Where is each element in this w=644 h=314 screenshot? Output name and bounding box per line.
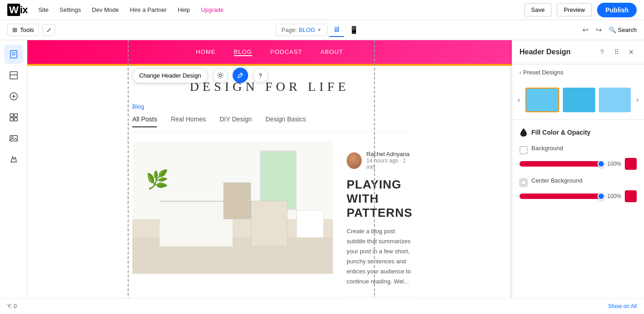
- center-bg-color-swatch[interactable]: [625, 190, 637, 202]
- tools-button[interactable]: ⊞ Tools: [7, 24, 39, 36]
- blog-cat-real-homes[interactable]: Real Homes: [171, 115, 206, 127]
- blog-area: Blog All Posts Real Homes DIY Design Des…: [27, 99, 512, 312]
- svg-rect-16: [520, 147, 527, 154]
- kitchen-cabinets: [160, 201, 233, 246]
- svg-rect-8: [10, 114, 13, 117]
- design-icon: [9, 155, 18, 164]
- header-help-button[interactable]: ?: [253, 68, 268, 83]
- preset-3-inner: [599, 88, 631, 112]
- panel-close-button[interactable]: ✕: [626, 47, 637, 58]
- question-icon: ?: [259, 72, 262, 79]
- background-color-swatch[interactable]: [625, 158, 637, 170]
- desktop-device-button[interactable]: 🖥: [329, 23, 344, 37]
- kitchen-chair: [251, 201, 287, 246]
- sidebar-design-button[interactable]: [4, 150, 23, 169]
- change-header-button[interactable]: Change Header Design: [132, 68, 208, 83]
- mobile-device-button[interactable]: 📱: [346, 23, 362, 37]
- preset-item-1[interactable]: [525, 88, 559, 112]
- sidebar-apps-button[interactable]: [4, 108, 23, 127]
- redo-button[interactable]: ↪: [596, 26, 602, 34]
- top-bar-right: Save Preview Publish: [525, 3, 637, 17]
- wix-logo: Wix: [7, 4, 27, 16]
- nav-upgrade[interactable]: Upgrade: [201, 6, 223, 13]
- search-button[interactable]: 🔍 Search: [609, 26, 637, 33]
- sidebar-pages-button[interactable]: [4, 45, 23, 64]
- add-icon: [9, 92, 18, 101]
- blog-cat-design-basics[interactable]: Design Basics: [265, 115, 306, 127]
- undo-button[interactable]: ↩: [582, 26, 588, 34]
- center-bg-opacity-value: 100%: [605, 193, 621, 199]
- panel-help-button[interactable]: ?: [597, 47, 608, 58]
- blog-post-content: Rachel Adnyana 14 hours ago · 1 min PLAY…: [347, 141, 412, 312]
- background-opacity-fill: [519, 161, 601, 167]
- site-nav: HOME BLOG PODCAST ABOUT: [196, 48, 343, 56]
- preset-item-3[interactable]: [599, 88, 631, 112]
- nav-devmode[interactable]: Dev Mode: [92, 6, 119, 13]
- media-icon: [9, 134, 18, 143]
- svg-point-14: [219, 74, 221, 77]
- page-selector[interactable]: Page: BLOG ▼: [275, 24, 327, 36]
- nav-help[interactable]: Help: [178, 6, 190, 13]
- preset-designs-row: ‹ ›: [512, 80, 644, 120]
- sidebar-sections-button[interactable]: [4, 66, 23, 85]
- preview-button[interactable]: Preview: [557, 3, 592, 16]
- collapse-button[interactable]: ⤢: [42, 24, 55, 36]
- blog-cat-diy[interactable]: DIY Design: [220, 115, 252, 127]
- blog-breadcrumb: Blog: [132, 103, 407, 110]
- preset-item-2[interactable]: [563, 88, 595, 112]
- y-value: 0: [14, 303, 17, 309]
- sidebar-add-button[interactable]: [4, 87, 23, 106]
- y-coordinate: Y: 0: [7, 303, 17, 309]
- back-to-presets[interactable]: ‹ Preset Designs: [512, 64, 644, 80]
- panel-drag-button[interactable]: ⠿: [611, 47, 622, 58]
- website-preview: HOME BLOG PODCAST ABOUT Change Header De…: [27, 40, 512, 314]
- center-bg-opacity-slider[interactable]: [519, 194, 601, 199]
- svg-rect-10: [10, 118, 13, 121]
- header-edit-button[interactable]: [233, 68, 248, 83]
- nav-hire[interactable]: Hire a Partner: [130, 6, 167, 13]
- nav-home[interactable]: HOME: [196, 48, 216, 56]
- svg-rect-17: [520, 179, 527, 186]
- background-opacity-slider[interactable]: [519, 161, 601, 167]
- author-avatar: [347, 152, 362, 169]
- fill-color-section: Fill Color & Opacity Background 100%: [512, 120, 644, 217]
- nav-blog[interactable]: BLOG: [234, 48, 252, 56]
- svg-rect-9: [14, 114, 17, 117]
- top-bar: Wix Site Settings Dev Mode Hire a Partne…: [0, 0, 644, 20]
- center-bg-slider-thumb[interactable]: [597, 193, 605, 200]
- author-name: Rachel Adnyana: [366, 151, 412, 157]
- center-bg-color-controls: 100%: [519, 190, 637, 202]
- nav-podcast[interactable]: PODCAST: [270, 48, 302, 56]
- nav-settings[interactable]: Settings: [60, 6, 81, 13]
- sidebar-media-button[interactable]: [4, 129, 23, 148]
- tools-label: Tools: [20, 26, 34, 33]
- background-slider-thumb[interactable]: [597, 160, 605, 167]
- svg-rect-12: [10, 136, 17, 141]
- svg-rect-11: [14, 118, 17, 121]
- author-info: Rachel Adnyana 14 hours ago · 1 min: [366, 151, 412, 170]
- chevron-left-icon: ‹: [519, 69, 521, 76]
- show-on-all-button[interactable]: Show on All: [608, 303, 637, 309]
- pages-icon: [9, 50, 18, 59]
- chevron-down-icon: ▼: [317, 27, 322, 32]
- sections-icon: [9, 71, 18, 80]
- preset-next-button[interactable]: ›: [634, 94, 640, 106]
- panel-header: Header Design ? ⠿ ✕: [512, 40, 644, 64]
- blog-categories: All Posts Real Homes DIY Design Design B…: [132, 115, 407, 132]
- site-logo-text: DESIGN FOR LIFE: [27, 79, 512, 94]
- gear-icon: [217, 72, 224, 79]
- publish-button[interactable]: Publish: [597, 3, 637, 17]
- nav-site[interactable]: Site: [38, 6, 48, 13]
- blog-cat-all[interactable]: All Posts: [132, 115, 157, 127]
- background-icon: [519, 146, 528, 154]
- site-logo-area: DESIGN FOR LIFE: [27, 66, 512, 99]
- panel-header-icons: ? ⠿ ✕: [597, 47, 637, 58]
- center-bg-color-row: Center Background 100%: [519, 177, 637, 202]
- page-name: BLOG: [299, 26, 315, 33]
- collapse-icon: ⤢: [47, 27, 51, 33]
- center-bg-row-header: Center Background: [519, 177, 637, 188]
- header-settings-button[interactable]: [213, 68, 228, 83]
- save-button[interactable]: Save: [525, 3, 552, 16]
- preset-prev-button[interactable]: ‹: [516, 94, 522, 106]
- nav-about[interactable]: ABOUT: [321, 48, 343, 56]
